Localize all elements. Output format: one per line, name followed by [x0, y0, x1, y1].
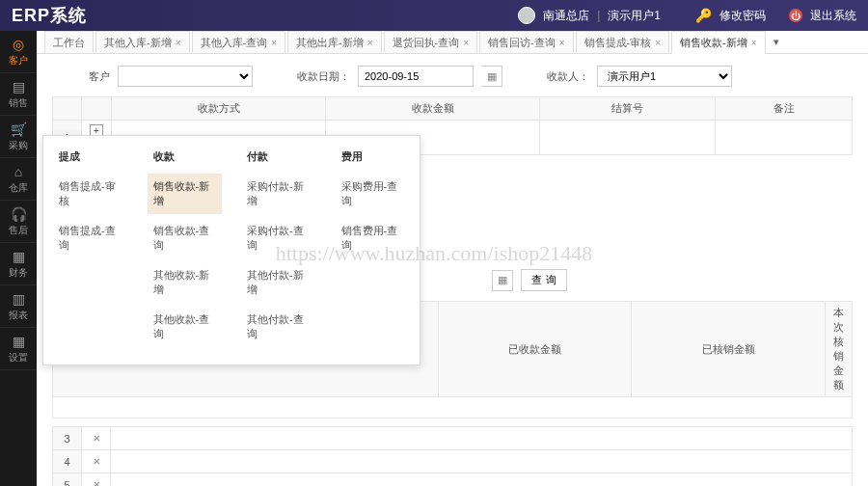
col-header: 收款方式: [112, 97, 326, 121]
sidebar-item-销售[interactable]: ▤销售: [0, 73, 37, 116]
tab-销售提成-审核[interactable]: 销售提成-审核×: [576, 31, 670, 53]
avatar-icon[interactable]: [518, 7, 535, 24]
finance-mega-menu: 提成销售提成-审核销售提成-查询收款销售收款-新增销售收款-查询其他收款-新增其…: [42, 135, 420, 365]
close-icon[interactable]: ×: [655, 38, 661, 48]
tab-label: 销售提成-审核: [584, 36, 652, 50]
row-ops: ✕: [82, 427, 111, 450]
row-index: 5: [53, 473, 82, 487]
date-input[interactable]: [358, 66, 474, 87]
sidebar-label: 售后: [9, 224, 28, 237]
mega-item[interactable]: 销售收款-新增: [148, 174, 223, 214]
customer-label: 客户: [52, 69, 110, 84]
mega-item[interactable]: 销售提成-审核: [53, 174, 128, 214]
delete-row-button[interactable]: ✕: [91, 433, 102, 445]
table-row: 4✕: [53, 450, 853, 473]
detail-table: 3✕4✕5✕: [52, 426, 853, 486]
sidebar-icon: ▦: [13, 249, 25, 264]
form-row-1: 客户 收款日期： ▦ 收款人： 演示用户1: [52, 66, 853, 87]
mega-item[interactable]: 销售费用-查询: [336, 218, 411, 258]
sidebar-item-报表[interactable]: ▥报表: [0, 285, 37, 328]
customer-select[interactable]: [118, 66, 253, 87]
close-icon[interactable]: ×: [176, 38, 181, 48]
sidebar-icon: ▦: [13, 334, 25, 349]
close-icon[interactable]: ×: [463, 38, 469, 48]
tab-label: 退货回执-查询: [393, 36, 460, 50]
col-header: [82, 97, 112, 121]
query-button[interactable]: 查 询: [521, 269, 566, 291]
mega-col-费用: 费用采购费用-查询销售费用-查询: [326, 146, 420, 351]
tab-退货回执-查询[interactable]: 退货回执-查询×: [384, 31, 478, 53]
mega-header: 提成: [53, 146, 128, 168]
calendar-icon[interactable]: ▦: [481, 66, 502, 87]
header-right: 南通总店 | 演示用户1 🔑 修改密码 ⏻ 退出系统: [518, 7, 856, 24]
sidebar-item-客户[interactable]: ◎客户: [0, 31, 37, 73]
sidebar-item-采购[interactable]: 🛒采购: [0, 116, 37, 158]
sidebar-label: 设置: [9, 351, 28, 364]
tab-其他入库-查询[interactable]: 其他入库-查询×: [192, 31, 286, 53]
sidebar-label: 报表: [9, 309, 28, 322]
mega-col-提成: 提成销售提成-审核销售提成-查询: [43, 146, 138, 351]
tab-label: 其他出库-新增: [296, 36, 364, 50]
sidebar-icon: ◎: [13, 37, 24, 52]
calendar-icon-2[interactable]: ▦: [492, 270, 513, 291]
row-index: 4: [53, 450, 82, 473]
close-icon[interactable]: ×: [271, 38, 277, 48]
close-icon[interactable]: ×: [751, 38, 757, 48]
sidebar-icon: ⌂: [14, 164, 22, 179]
mega-header: 收款: [148, 146, 223, 168]
table-row: 3✕: [53, 427, 853, 450]
mega-col-收款: 收款销售收款-新增销售收款-查询其他收款-新增其他收款-查询: [138, 146, 232, 351]
sidebar-item-售后[interactable]: 🎧售后: [0, 201, 37, 243]
close-icon[interactable]: ×: [367, 38, 373, 48]
delete-row-button[interactable]: ✕: [91, 456, 102, 468]
brand-logo: ERP系统: [12, 4, 87, 27]
mega-item[interactable]: 采购付款-查询: [241, 218, 316, 258]
sidebar-icon: 🎧: [11, 206, 27, 222]
mega-item[interactable]: 销售收款-查询: [148, 218, 223, 258]
mega-item[interactable]: 销售提成-查询: [53, 218, 128, 258]
top-header: ERP系统 南通总店 | 演示用户1 🔑 修改密码 ⏻ 退出系统: [0, 0, 868, 31]
tab-工作台[interactable]: 工作台: [44, 31, 94, 53]
col-header: [53, 97, 82, 121]
power-icon: ⏻: [789, 9, 802, 22]
tab-销售回访-查询[interactable]: 销售回访-查询×: [479, 31, 574, 53]
sidebar-item-财务[interactable]: ▦财务: [0, 243, 37, 285]
sidebar-label: 仓库: [9, 181, 28, 195]
mega-header: 费用: [336, 146, 411, 168]
mega-item[interactable]: 采购付款-新增: [241, 174, 316, 214]
logout-link[interactable]: 退出系统: [810, 8, 856, 24]
tab-more[interactable]: ▾: [768, 31, 785, 53]
mega-item[interactable]: 其他收款-查询: [148, 307, 223, 347]
tab-其他入库-新增[interactable]: 其他入库-新增×: [95, 31, 190, 53]
sidebar-icon: ▥: [13, 291, 25, 307]
tab-label: 销售收款-新增: [680, 36, 747, 50]
col-header: 备注: [716, 97, 853, 121]
table-row: 5✕: [53, 473, 853, 487]
mega-item[interactable]: 其他收款-新增: [148, 262, 223, 303]
divider: |: [597, 9, 600, 22]
mega-item[interactable]: 其他付款-查询: [241, 307, 316, 347]
close-icon[interactable]: ×: [559, 38, 565, 48]
sidebar-item-设置[interactable]: ▦设置: [0, 328, 37, 370]
tab-label: 其他入库-新增: [104, 36, 172, 50]
mega-item[interactable]: 其他付款-新增: [241, 262, 316, 303]
delete-row-button[interactable]: ✕: [91, 479, 102, 486]
sidebar-item-仓库[interactable]: ⌂仓库: [0, 158, 37, 201]
date-label: 收款日期：: [297, 69, 350, 84]
tab-label: 工作台: [53, 36, 85, 50]
tab-其他出库-新增[interactable]: 其他出库-新增×: [287, 31, 382, 53]
main-area: 工作台其他入库-新增×其他入库-查询×其他出库-新增×退货回执-查询×销售回访-…: [37, 31, 868, 486]
tab-label: 销售回访-查询: [488, 36, 556, 50]
sidebar-icon: ▤: [13, 79, 25, 94]
sidebar-icon: 🛒: [11, 122, 27, 137]
sidebar-label: 客户: [9, 54, 28, 68]
tab-label: 其他入库-查询: [201, 36, 268, 50]
tab-bar: 工作台其他入库-新增×其他入库-查询×其他出库-新增×退货回执-查询×销售回访-…: [37, 31, 868, 54]
mega-item[interactable]: 采购费用-查询: [336, 174, 411, 214]
tab-销售收款-新增[interactable]: 销售收款-新增×: [671, 31, 766, 54]
key-icon: 🔑: [695, 8, 712, 23]
change-password-link[interactable]: 修改密码: [719, 8, 766, 24]
payee-select[interactable]: 演示用户1: [597, 66, 732, 87]
row-ops: ✕: [82, 450, 111, 473]
row-index: 3: [53, 427, 82, 450]
